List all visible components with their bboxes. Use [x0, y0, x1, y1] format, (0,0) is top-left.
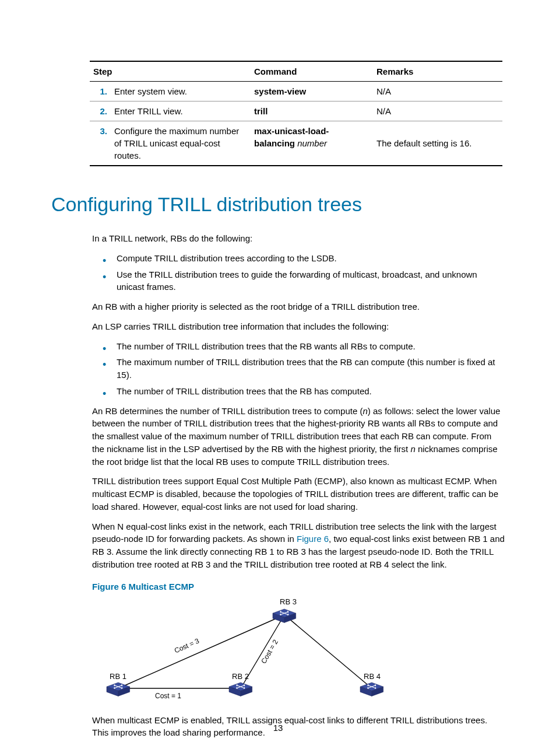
step-action: Enter system view. [111, 82, 251, 102]
steps-table: Step Command Remarks 1. Enter system vie… [90, 61, 502, 166]
rb1-label: RB 1 [110, 672, 126, 681]
step-action: Configure the maximum number of TRILL un… [111, 121, 251, 166]
list-item: The number of TRILL distribution trees t… [117, 385, 505, 398]
step-action: Enter TRILL view. [111, 102, 251, 121]
paragraph: When N equal-cost links exist in the net… [92, 520, 505, 571]
table-row: 1. Enter system view. system-view N/A [90, 82, 502, 102]
cost1-label: Cost = 1 [155, 692, 181, 700]
intro-paragraph: In a TRILL network, RBs do the following… [92, 232, 505, 245]
paragraph: An RB with a higher priority is selected… [92, 300, 505, 313]
rb3-label: RB 3 [280, 597, 297, 606]
bullet-list: The number of TRILL distribution trees t… [92, 340, 505, 398]
step-remarks: N/A [373, 102, 502, 121]
bullet-list: Compute TRILL distribution trees accordi… [92, 252, 505, 293]
section-heading: Configuring TRILL distribution trees [51, 193, 505, 216]
table-row: 3. Configure the maximum number of TRILL… [90, 121, 502, 166]
step-command: trill [251, 102, 373, 121]
step-command: max-unicast-load-balancing number [251, 121, 373, 166]
paragraph: An RB determines the number of TRILL dis… [92, 405, 505, 468]
list-item: The number of TRILL distribution trees t… [117, 340, 505, 353]
figure-multicast-ecmp: RB 3 RB 1 RB 2 RB 4 Cost = 3 Cost = 2 Co… [92, 596, 395, 702]
table-row: 2. Enter TRILL view. trill N/A [90, 102, 502, 121]
figure-link[interactable]: Figure 6 [297, 534, 329, 544]
th-remarks: Remarks [373, 61, 502, 82]
step-remarks: N/A [373, 82, 502, 102]
paragraph: An LSP carries TRILL distribution tree i… [92, 320, 505, 333]
figure-caption: Figure 6 Multicast ECMP [92, 582, 505, 592]
step-remarks: The default setting is 16. [373, 121, 502, 166]
step-number: 3. [90, 121, 111, 166]
page-number: 13 [0, 723, 556, 733]
th-command: Command [251, 61, 373, 82]
svg-line-6 [284, 615, 372, 688]
th-step: Step [90, 61, 251, 82]
list-item: Compute TRILL distribution trees accordi… [117, 252, 505, 265]
rb2-label: RB 2 [232, 672, 249, 681]
rb4-label: RB 4 [364, 672, 381, 681]
list-item: The maximum number of TRILL distribution… [117, 356, 505, 382]
step-number: 1. [90, 82, 111, 102]
paragraph: TRILL distribution trees support Equal C… [92, 475, 505, 513]
list-item: Use the TRILL distribution trees to guid… [117, 268, 505, 294]
svg-line-4 [118, 615, 284, 688]
step-number: 2. [90, 102, 111, 121]
step-command: system-view [251, 82, 373, 102]
